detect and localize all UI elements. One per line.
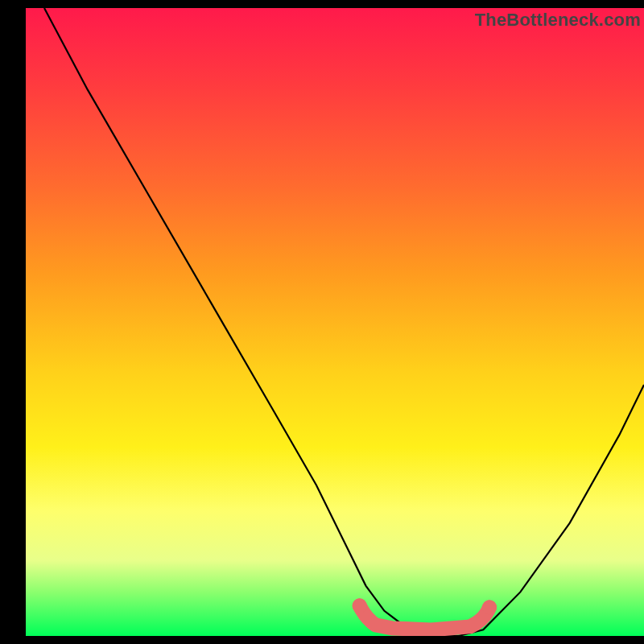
flat-zone-dot-right <box>482 600 497 614</box>
curve-line <box>44 8 644 636</box>
chart-svg <box>26 8 644 636</box>
letterbox-frame: TheBottleneck.com <box>0 0 644 644</box>
chart-plot-area: TheBottleneck.com <box>26 8 644 636</box>
flat-zone-line <box>360 605 489 630</box>
flat-zone-dot-left <box>353 598 367 613</box>
optimal-flat-zone <box>353 598 497 630</box>
bottleneck-curve <box>44 8 644 636</box>
